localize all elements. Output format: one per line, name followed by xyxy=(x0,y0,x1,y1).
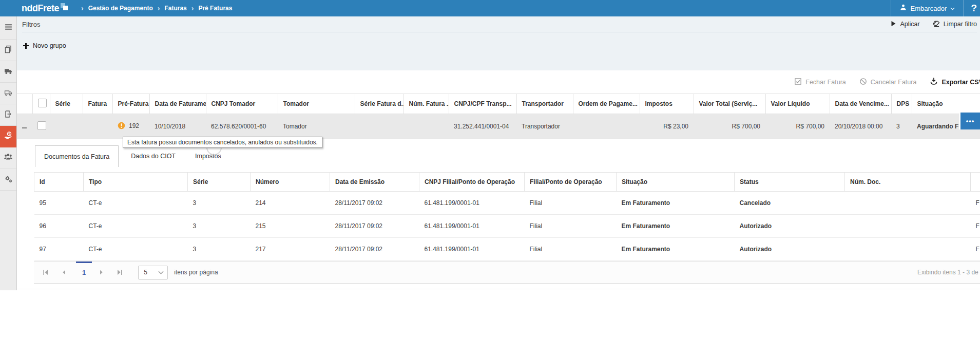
settings-gears-icon xyxy=(4,175,13,185)
row-actions-button[interactable]: ••• xyxy=(960,113,980,129)
warning-tooltip: Esta fatura possui documentos cancelados… xyxy=(123,137,322,148)
doc-col-data-emissao[interactable]: Data de Emissão xyxy=(330,173,419,192)
breadcrumb-item-faturas[interactable]: Faturas xyxy=(164,5,186,12)
doc-cell-status: Autorizado xyxy=(735,215,845,238)
doc-col-status[interactable]: Status xyxy=(735,173,845,192)
doc-cell-cnpj-filial: 61.481.199/0001-01 xyxy=(419,238,525,261)
next-page-button[interactable] xyxy=(96,269,107,275)
sidebar-item-delivery[interactable] xyxy=(0,83,16,104)
sidebar-item-pages[interactable] xyxy=(0,40,16,61)
page-size-value: 5 xyxy=(139,269,147,276)
doc-col-filial[interactable]: Filial/Ponto de Operação xyxy=(525,173,617,192)
col-transportador[interactable]: Transportador xyxy=(516,94,573,114)
document-row[interactable]: 96 CT-e 3 215 28/11/2017 09:02 61.481.19… xyxy=(34,215,980,238)
col-cnpj-cpf-transp[interactable]: CNPJ/CPF Transp... xyxy=(449,94,516,114)
documents-table: Id Tipo Série Número Data de Emissão CNP… xyxy=(34,172,980,261)
col-pre-fatura[interactable]: Pré-Fatura xyxy=(112,94,149,114)
doc-col-situacao[interactable]: Situação xyxy=(617,173,735,192)
cell-transportador: Transportador xyxy=(516,114,573,139)
doc-cell-numero: 214 xyxy=(251,192,330,215)
sidebar-item-users[interactable] xyxy=(0,147,16,169)
app-logo[interactable]: nddFrete xyxy=(22,3,68,14)
sidebar-item-menu[interactable] xyxy=(0,16,16,40)
col-data-faturamento[interactable]: Data de Faturamen... xyxy=(149,94,206,114)
invoice-detail: Documentos da Fatura Dados do CIOT Impos… xyxy=(34,139,980,284)
logo-text: nddFrete xyxy=(22,3,59,14)
sidebar-item-truck[interactable] xyxy=(0,61,16,83)
row-checkbox[interactable] xyxy=(37,121,46,130)
tab-documentos-da-fatura[interactable]: Documentos da Fatura xyxy=(35,145,119,167)
cell-cnpj-cpf-transp: 31.252.441/0001-04 xyxy=(449,114,516,139)
chevron-right-icon: › xyxy=(81,4,84,12)
col-situacao[interactable]: Situação xyxy=(912,94,980,114)
document-row[interactable]: 95 CT-e 3 214 28/11/2017 09:02 61.481.19… xyxy=(34,192,980,215)
page-size-select[interactable]: 5 xyxy=(138,266,168,280)
chevron-down-icon xyxy=(158,271,164,274)
col-tomador[interactable]: Tomador xyxy=(278,94,355,114)
cell-dps: 3 xyxy=(891,114,912,139)
doc-cell-extra[interactable]: F xyxy=(971,238,980,261)
warning-icon[interactable] xyxy=(118,124,125,131)
cancel-invoice-button[interactable]: Cancelar Fatura xyxy=(859,78,917,87)
col-valor-liquido[interactable]: Valor Líquido xyxy=(765,94,830,114)
doc-cell-cnpj-filial: 61.481.199/0001-01 xyxy=(419,215,525,238)
doc-cell-data-emissao: 28/11/2017 09:02 xyxy=(330,192,419,215)
apply-filter-label: Aplicar xyxy=(900,21,919,28)
col-serie-fatura[interactable]: Série Fatura d... xyxy=(355,94,403,114)
doc-cell-tipo: CT-e xyxy=(84,238,188,261)
cell-cnpj-tomador: 62.578.620/0001-60 xyxy=(206,114,278,139)
col-impostos[interactable]: Impostos xyxy=(640,94,694,114)
documents-header-row: Id Tipo Série Número Data de Emissão CNP… xyxy=(34,173,980,192)
user-menu[interactable]: Embarcador xyxy=(891,0,964,16)
breadcrumb-item-gestao[interactable]: Gestão de Pagamento xyxy=(88,5,153,12)
doc-col-serie[interactable]: Série xyxy=(188,173,251,192)
col-serie[interactable]: Série xyxy=(50,94,83,114)
user-role-label: Embarcador xyxy=(911,5,947,12)
new-group-button[interactable]: Novo grupo xyxy=(23,42,66,49)
invoice-row[interactable]: 192 10/10/2018 62.578.620/0001-60 Tomado… xyxy=(17,114,980,139)
items-per-page-label: itens por página xyxy=(174,269,218,276)
cancel-invoice-label: Cancelar Fatura xyxy=(871,79,917,86)
collapse-icon[interactable] xyxy=(22,127,27,128)
export-csv-button[interactable]: Exportar CSV xyxy=(930,77,980,87)
doc-col-id[interactable]: Id xyxy=(34,173,84,192)
col-valor-total[interactable]: Valor Total (Serviç... xyxy=(694,94,765,114)
sidebar-item-payment[interactable] xyxy=(0,126,16,147)
doc-col-num-doc[interactable]: Núm. Doc. xyxy=(845,173,971,192)
sidebar-item-settings[interactable] xyxy=(0,169,16,191)
col-expand xyxy=(17,94,32,114)
doc-cell-cnpj-filial: 61.481.199/0001-01 xyxy=(419,192,525,215)
doc-col-numero[interactable]: Número xyxy=(251,173,330,192)
select-all-checkbox[interactable] xyxy=(38,99,47,107)
filters-title: Filtros xyxy=(22,21,40,28)
doc-cell-extra[interactable]: F xyxy=(971,215,980,238)
help-button[interactable]: ? xyxy=(964,0,980,16)
clear-filter-button[interactable]: Limpar filtro xyxy=(932,20,977,29)
col-dps[interactable]: DPS xyxy=(891,94,912,114)
doc-col-cnpj-filial[interactable]: CNPJ Filial/Ponto de Operação xyxy=(419,173,525,192)
prev-page-button[interactable] xyxy=(58,269,69,275)
doc-cell-filial: Filial xyxy=(525,238,617,261)
help-question-icon: ? xyxy=(971,3,977,14)
sidebar-item-export[interactable] xyxy=(0,104,16,126)
doc-col-tipo[interactable]: Tipo xyxy=(84,173,188,192)
col-data-vencimento[interactable]: Data de Vencime... xyxy=(830,94,891,114)
col-num-fatura[interactable]: Núm. Fatura ... xyxy=(403,94,449,114)
first-page-button[interactable] xyxy=(40,269,51,275)
doc-cell-num-doc xyxy=(845,215,971,238)
cell-data-vencimento: 20/10/2018 00:00 xyxy=(830,114,891,139)
page-number-current[interactable]: 1 xyxy=(76,262,92,283)
doc-cell-id: 95 xyxy=(34,192,84,215)
tab-dados-do-ciot[interactable]: Dados do CIOT xyxy=(124,145,183,167)
grid-bottom-border xyxy=(17,284,980,289)
document-row[interactable]: 97 CT-e 3 217 28/11/2017 09:02 61.481.19… xyxy=(34,238,980,261)
doc-cell-data-emissao: 28/11/2017 09:02 xyxy=(330,238,419,261)
close-invoice-button[interactable]: Fechar Fatura xyxy=(794,78,846,87)
col-fatura[interactable]: Fatura xyxy=(83,94,112,114)
last-page-button[interactable] xyxy=(114,269,125,275)
breadcrumb-item-pre-faturas[interactable]: Pré Faturas xyxy=(198,5,232,12)
apply-filter-button[interactable]: Aplicar xyxy=(891,21,919,28)
col-cnpj-tomador[interactable]: CNPJ Tomador xyxy=(206,94,278,114)
doc-cell-extra[interactable]: F xyxy=(971,192,980,215)
col-ordem-pagamento[interactable]: Ordem de Pagame... xyxy=(573,94,640,114)
